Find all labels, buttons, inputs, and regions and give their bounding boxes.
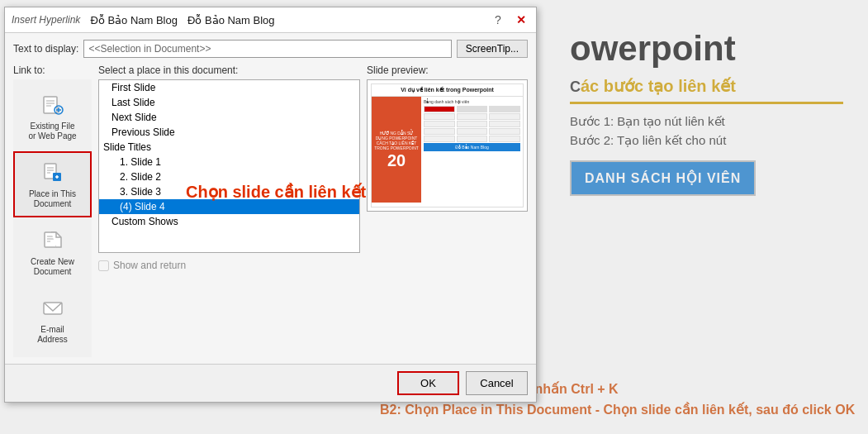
select-place-label: Select a place in this document: [98,64,360,76]
text-display-label: Text to display: [13,43,78,55]
dialog-center-panel: Select a place in this document: First S… [98,64,360,357]
preview-slide-title: Ví dụ về liên kết trong Powerpoint [372,84,523,97]
show-return-row: Show and return [98,260,360,271]
sidebar-item-place-in-document[interactable]: Place in ThisDocument [13,151,92,217]
preview-right-col: Bảng danh sách hội viên [421,97,523,203]
titlebar-right: ? ✕ [490,12,529,28]
dialog-title-blog1: Đỗ Bảo Nam Blog [90,14,178,26]
titlebar-left: Insert Hyperlink Đỗ Bảo Nam Blog Đỗ Bảo … [12,14,275,26]
link-to-label: Link to: [13,64,45,76]
text-display-input[interactable] [83,40,451,58]
dialog-title-blog2: Đỗ Bảo Nam Blog [187,14,275,26]
show-return-label: Show and return [113,260,186,271]
screentip-button[interactable]: ScreenTip... [457,40,528,58]
preview-big-num: 20 [387,152,406,169]
dialog-title-label: Insert Hyperlink [12,14,80,26]
dialog-footer: OK Cancel [5,364,536,402]
existing-file-icon [40,92,66,118]
place-list-item[interactable]: First Slide [99,80,359,95]
preview-slide: Ví dụ về liên kết trong Powerpoint HƯỚNG… [371,83,524,207]
sidebar-item-create-new[interactable]: Create NewDocument [13,219,92,285]
place-list-item[interactable]: 1. Slide 1 [99,155,359,169]
dialog-help-button[interactable]: ? [490,12,506,28]
place-list-item[interactable]: Previous Slide [99,125,359,140]
email-icon [40,295,66,322]
preview-left-col: HƯỚNG DẪN SỬ DỤNG POWERPOINTCÁCH TẠO LIÊ… [372,97,421,203]
place-list-item[interactable]: Slide Titles [99,140,359,155]
place-list-item[interactable]: Last Slide [99,95,359,110]
sidebar-existing-label: Existing Fileor Web Page [28,122,76,141]
annotation-text: Chọn slide cần liên kết [186,182,366,202]
preview-slide-content: HƯỚNG DẪN SỬ DỤNG POWERPOINTCÁCH TẠO LIÊ… [372,97,523,203]
places-list[interactable]: First SlideLast SlideNext SlidePrevious … [98,79,360,253]
create-new-icon [40,227,66,254]
show-return-checkbox[interactable] [98,260,109,271]
dialog-preview-panel: Slide preview: Ví dụ về liên kết trong P… [367,64,528,357]
cancel-button[interactable]: Cancel [466,371,528,395]
place-list-item[interactable]: Custom Shows [99,214,359,229]
sidebar-place-label: Place in ThisDocument [29,189,76,209]
link-to-section: Link to: [13,64,92,357]
sidebar-create-new-label: Create NewDocument [31,257,74,277]
dialog-close-button[interactable]: ✕ [513,12,529,28]
sidebar-item-email[interactable]: E-mailAddress [13,287,92,353]
preview-logo: Đỗ Bảo Nam Blog [424,143,520,151]
ok-button[interactable]: OK [397,371,459,395]
dialog-link-sidebar: Existing Fileor Web Page [13,79,92,357]
place-icon [40,160,66,186]
preview-box: Ví dụ về liên kết trong Powerpoint HƯỚNG… [367,79,528,212]
dialog-main-area: Link to: [13,64,528,357]
sidebar-item-existing-file[interactable]: Existing Fileor Web Page [13,83,92,150]
preview-label: Slide preview: [367,64,528,76]
preview-subtitle: Bảng danh sách hội viên [424,99,520,104]
sidebar-email-label: E-mailAddress [37,325,68,345]
dialog-titlebar: Insert Hyperlink Đỗ Bảo Nam Blog Đỗ Bảo … [5,7,536,33]
preview-top-text: HƯỚNG DẪN SỬ DỤNG POWERPOINTCÁCH TẠO LIÊ… [374,131,419,150]
insert-hyperlink-dialog: Insert Hyperlink Đỗ Bảo Nam Blog Đỗ Bảo … [4,7,537,403]
text-display-row: Text to display: ScreenTip... [13,40,528,58]
place-list-item[interactable]: Next Slide [99,110,359,125]
